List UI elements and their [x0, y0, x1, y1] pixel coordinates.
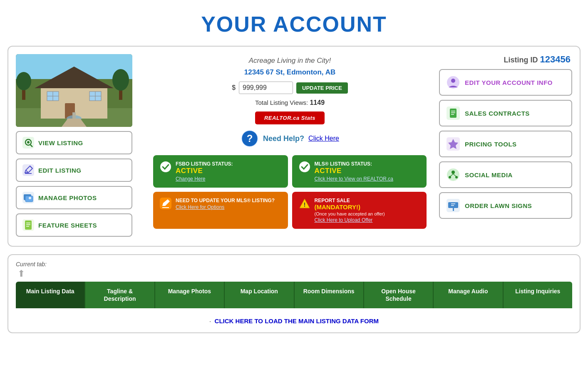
listing-id-row: Listing ID 123456 [439, 54, 572, 65]
mls-status-content: MLS® LISTING STATUS: ACTIVE Click Here t… [315, 161, 420, 182]
fsbo-status-title: FSBO LISTING STATUS: [176, 161, 281, 167]
center-column: Acreage Living in the City! 12345 67 St,… [141, 54, 439, 229]
update-mls-icon [160, 198, 171, 209]
mls-view-link[interactable]: Click Here to View on REALTOR.ca [315, 176, 420, 182]
edit-listing-label: EDIT LISTING [38, 167, 82, 174]
status-grid: FSBO LISTING STATUS: ACTIVE Change Here … [153, 155, 427, 229]
tab-open-house-schedule[interactable]: Open House Schedule [364, 282, 434, 308]
price-row: $ UPDATE PRICE [232, 82, 348, 94]
svg-rect-59 [448, 202, 458, 208]
realtor-stats-button[interactable]: REALTOR.ca Stats [255, 111, 325, 124]
fsbo-check-icon [160, 161, 171, 173]
svg-point-21 [27, 141, 30, 144]
top-section: VIEW LISTING EDIT LISTING [16, 54, 572, 237]
mls-status-box: MLS® LISTING STATUS: ACTIVE Click Here t… [292, 155, 427, 188]
svg-point-28 [29, 197, 31, 199]
listing-id-number: 123456 [540, 54, 571, 64]
edit-listing-icon [22, 164, 34, 176]
view-listing-label: VIEW LISTING [38, 139, 83, 146]
svg-rect-13 [72, 112, 76, 119]
svg-text:?: ? [247, 133, 253, 144]
total-views: Total Listing Views: 1149 [255, 99, 325, 107]
report-sale-mandatory: (MANDATORY!) [315, 203, 420, 211]
tab-main-listing-data[interactable]: Main Listing Data [16, 282, 85, 308]
fsbo-change-link[interactable]: Change Here [176, 176, 281, 182]
sales-contracts-icon [447, 107, 460, 120]
listing-photo [16, 54, 132, 127]
tabs-row: Main Listing Data Tagline & Description … [16, 282, 572, 308]
order-lawn-signs-button[interactable]: ORDER LAWN SIGNS [439, 192, 572, 219]
fsbo-status-box: FSBO LISTING STATUS: ACTIVE Change Here [153, 155, 288, 188]
edit-listing-button[interactable]: EDIT LISTING [16, 159, 132, 182]
svg-rect-30 [25, 220, 32, 230]
tab-map-location[interactable]: Map Location [225, 282, 294, 308]
update-price-button[interactable]: UPDATE PRICE [296, 82, 348, 94]
order-lawn-signs-icon [447, 199, 460, 212]
edit-account-icon [447, 76, 460, 89]
total-views-label: Total Listing Views: [255, 99, 308, 106]
report-sale-title: REPORT SALE [315, 198, 420, 203]
manage-photos-icon [22, 192, 34, 203]
update-mls-box: NEED TO UPDATE YOUR MLS® LISTING? Click … [153, 192, 288, 229]
left-column: VIEW LISTING EDIT LISTING [16, 54, 141, 237]
pricing-tools-icon [447, 137, 460, 151]
help-text: Need Help? [263, 134, 304, 143]
update-mls-link[interactable]: Click Here for Options [176, 204, 281, 210]
current-tab-label: Current tab: [16, 261, 572, 267]
svg-point-38 [299, 161, 310, 172]
tab-room-dimensions[interactable]: Room Dimensions [295, 282, 364, 308]
pricing-tools-button[interactable]: PRICING TOOLS [439, 131, 572, 157]
report-sale-icon: ! [299, 198, 310, 209]
sales-contracts-label: SALES CONTRACTS [465, 110, 530, 117]
order-lawn-signs-label: ORDER LAWN SIGNS [465, 202, 532, 209]
total-views-count: 1149 [310, 99, 325, 106]
sales-contracts-button[interactable]: SALES CONTRACTS [439, 100, 572, 126]
svg-point-52 [447, 168, 459, 181]
mls-status-value: ACTIVE [315, 167, 420, 175]
view-listing-button[interactable]: VIEW LISTING [16, 131, 132, 154]
svg-text:!: ! [303, 201, 305, 208]
edit-account-button[interactable]: EDIT YOUR ACCOUNT INFO [439, 69, 572, 96]
update-mls-title: NEED TO UPDATE YOUR MLS® LISTING? [176, 198, 281, 203]
manage-photos-label: MANAGE PHOTOS [38, 194, 97, 201]
svg-point-15 [16, 72, 31, 90]
svg-point-37 [160, 161, 171, 172]
listing-tagline: Acreage Living in the City! [249, 57, 331, 65]
social-media-label: SOCIAL MEDIA [465, 171, 513, 178]
fsbo-status-content: FSBO LISTING STATUS: ACTIVE Change Here [176, 161, 281, 182]
svg-rect-60 [453, 208, 454, 211]
help-row: ? Need Help? Click Here [241, 129, 339, 148]
tab-tagline-description[interactable]: Tagline & Description [85, 282, 155, 308]
mls-status-title: MLS® LISTING STATUS: [315, 161, 420, 167]
listing-id-label: Listing ID [504, 56, 538, 64]
load-form-dot: · [209, 317, 211, 324]
bottom-card: Current tab: ⬆ Main Listing Data Tagline… [7, 254, 581, 333]
feature-sheets-label: FEATURE SHEETS [38, 222, 97, 229]
tab-listing-inquiries[interactable]: Listing Inquiries [504, 282, 572, 308]
report-sale-box: ! REPORT SALE (MANDATORY!) (Once you hav… [292, 192, 427, 229]
feature-sheets-button[interactable]: FEATURE SHEETS [16, 213, 132, 237]
help-link[interactable]: Click Here [308, 135, 339, 142]
price-input[interactable] [239, 82, 293, 94]
report-sale-link[interactable]: Click Here to Upload Offer [315, 217, 420, 223]
report-sale-sub: (Once you have accepted an offer) [315, 211, 420, 216]
fsbo-status-value: ACTIVE [176, 167, 281, 175]
edit-account-label: EDIT YOUR ACCOUNT INFO [465, 79, 553, 86]
svg-rect-23 [22, 164, 34, 176]
load-form-link[interactable]: CLICK HERE TO LOAD THE MAIN LISTING DATA… [215, 317, 379, 324]
page-title: YOUR ACCOUNT [0, 0, 588, 46]
svg-point-44 [451, 79, 455, 83]
social-media-button[interactable]: SOCIAL MEDIA [439, 161, 572, 188]
tab-manage-audio[interactable]: Manage Audio [434, 282, 503, 308]
current-tab-arrow: ⬆ [17, 268, 572, 279]
svg-point-53 [452, 171, 455, 174]
svg-point-17 [112, 69, 129, 91]
manage-photos-button[interactable]: MANAGE PHOTOS [16, 186, 132, 209]
tab-manage-photos[interactable]: Manage Photos [155, 282, 225, 308]
social-media-icon [447, 168, 460, 181]
pricing-tools-label: PRICING TOOLS [465, 141, 517, 148]
main-card: VIEW LISTING EDIT LISTING [7, 46, 581, 247]
report-sale-content: REPORT SALE (MANDATORY!) (Once you have … [315, 198, 420, 223]
currency-symbol: $ [232, 84, 236, 92]
feature-sheets-icon [22, 219, 34, 231]
